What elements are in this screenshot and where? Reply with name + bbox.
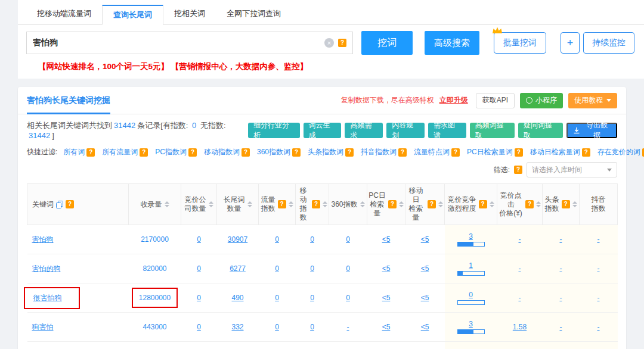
sort-icon[interactable] (438, 201, 443, 207)
toutiao-index-link[interactable]: - (560, 235, 562, 244)
mobile-index-link[interactable]: 0 (310, 294, 314, 302)
col-header-bid-competition[interactable]: 竞价竞争激烈程度? (445, 184, 497, 225)
tool-button[interactable]: 内容规划 (386, 123, 425, 138)
col-header-mobile-daily-search[interactable]: 移动日检索量? (405, 184, 445, 225)
col-header-pc-daily-search[interactable]: PC日检索量? (367, 184, 405, 225)
cpc-link[interactable]: - (519, 235, 521, 244)
upgrade-link[interactable]: 立即升级 (439, 95, 468, 105)
mobile-daily-search-link[interactable]: <5 (421, 235, 429, 244)
toutiao-index-link[interactable]: - (560, 294, 562, 302)
cpc-link[interactable]: 1.58 (513, 323, 527, 331)
tab-0[interactable]: 挖移动端流量词 (26, 5, 102, 24)
cpc-link[interactable]: - (519, 294, 521, 302)
douyin-index-link[interactable]: - (597, 323, 600, 331)
bid-companies-link[interactable]: 0 (197, 235, 201, 244)
help-icon[interactable]: ? (514, 166, 522, 174)
index-360-link[interactable]: 0 (346, 294, 350, 302)
tool-button[interactable]: 疑问词提取 (518, 123, 563, 138)
get-api-button[interactable]: 获取API (476, 93, 515, 108)
pc-daily-search-link[interactable]: <5 (382, 323, 391, 331)
help-icon[interactable]: ? (86, 148, 95, 157)
advanced-search-button[interactable]: 高级搜索 (425, 31, 479, 55)
help-icon[interactable]: ? (345, 148, 354, 157)
douyin-index-link[interactable]: - (597, 264, 600, 273)
quick-filter-item[interactable]: 移动日检索量词? (530, 147, 590, 157)
mobile-daily-search-link[interactable]: <5 (421, 294, 429, 302)
keyword-link[interactable]: 很害怕狗 (33, 294, 62, 302)
help-icon[interactable]: ? (582, 148, 590, 157)
keyword-link[interactable]: 害怕的狗 (32, 264, 61, 273)
competition-value[interactable]: 1 (469, 261, 473, 270)
pc-daily-search-link[interactable]: <5 (382, 235, 391, 244)
continuous-monitor-button[interactable]: 持续监控 (583, 32, 634, 54)
sort-icon[interactable] (572, 201, 577, 207)
help-icon[interactable]: ? (338, 39, 346, 47)
help-icon[interactable]: ? (66, 200, 74, 208)
clear-icon[interactable]: × (324, 38, 334, 48)
pc-daily-search-link[interactable]: <5 (382, 264, 391, 273)
index-360-link[interactable]: - (347, 323, 349, 331)
traffic-index-link[interactable]: 0 (275, 235, 279, 244)
bid-companies-link[interactable]: 0 (197, 264, 201, 273)
help-icon[interactable]: ? (479, 200, 487, 208)
mobile-index-link[interactable]: 0 (310, 264, 314, 273)
tool-button[interactable]: 词云生成 (304, 123, 342, 138)
keyword-link[interactable]: 狗害怕 (32, 323, 54, 331)
col-header-bid-cpc[interactable]: 竞价点击价格(¥)? (497, 184, 543, 225)
help-icon[interactable]: ? (140, 148, 148, 157)
mobile-daily-search-link[interactable]: <5 (421, 323, 429, 331)
tutorial-button[interactable]: 使用教程 (568, 93, 617, 108)
tab-3[interactable]: 全网下拉词查询 (216, 5, 292, 24)
quick-filter-item[interactable]: 所有词? (63, 147, 95, 157)
quick-filter-item[interactable]: 流量特点词? (414, 147, 460, 157)
competition-value[interactable]: 3 (469, 232, 473, 241)
sort-icon[interactable] (289, 201, 293, 207)
col-header-toutiao-index[interactable]: 头条指数? (543, 184, 580, 225)
col-header-longtail-count[interactable]: 长尾词数量 (217, 184, 259, 225)
longtail-count-link[interactable]: 30907 (228, 235, 247, 244)
index-360-link[interactable]: 0 (346, 235, 350, 244)
tool-button[interactable]: 高频词提取 (470, 123, 515, 138)
export-data-button[interactable]: 导出数据 (566, 123, 617, 138)
quick-filter-item[interactable]: 存在竞价的词? (597, 147, 644, 157)
col-header-bid-companies[interactable]: 竞价公司数量 (181, 184, 217, 225)
tab-2[interactable]: 挖相关词 (163, 5, 216, 24)
sort-icon[interactable] (165, 201, 169, 207)
col-header-traffic-index[interactable]: 流量指数? (259, 184, 296, 225)
keyword-link[interactable]: 害怕狗 (32, 235, 54, 244)
quick-filter-item[interactable]: 360指数词? (257, 147, 301, 157)
traffic-index-link[interactable]: 0 (275, 323, 279, 331)
help-icon[interactable]: ? (562, 200, 570, 208)
copy-icon[interactable] (56, 201, 63, 208)
traffic-index-link[interactable]: 0 (275, 264, 279, 273)
longtail-count-link[interactable]: 6277 (230, 264, 246, 273)
quick-filter-item[interactable]: 所有流量词? (102, 147, 148, 157)
pc-daily-search-link[interactable]: <5 (382, 294, 391, 302)
search-input[interactable] (33, 38, 324, 48)
traffic-index-link[interactable]: 0 (275, 294, 279, 302)
mobile-index-link[interactable]: 0 (310, 235, 314, 244)
sort-icon[interactable] (536, 201, 541, 207)
mobile-daily-search-link[interactable]: <5 (421, 264, 429, 273)
batch-dig-button[interactable]: 批量挖词 (494, 32, 546, 54)
quick-filter-item[interactable]: PC指数词? (155, 147, 197, 157)
store-time-select[interactable]: 请选择入库时间 (527, 162, 617, 177)
col-header-mobile-index[interactable]: 移动指数? (296, 184, 329, 225)
tool-button[interactable]: 需求图谱 (428, 123, 466, 138)
mini-program-button[interactable]: 小程序 (520, 93, 563, 108)
tool-button[interactable]: 细分行业分析 (248, 123, 300, 138)
sort-icon[interactable] (490, 201, 494, 207)
longtail-count-link[interactable]: 332 (231, 323, 243, 331)
toutiao-index-link[interactable]: - (560, 323, 562, 331)
sort-icon[interactable] (323, 201, 327, 207)
bid-companies-link[interactable]: 0 (197, 294, 201, 302)
col-header-collection[interactable]: 收录量 (129, 184, 181, 225)
mobile-index-link[interactable]: 0 (310, 323, 314, 331)
dig-words-button[interactable]: 挖词 (361, 31, 413, 55)
sort-icon[interactable] (360, 201, 365, 207)
tool-button[interactable]: 高频需求 (345, 123, 383, 138)
help-icon[interactable]: ? (428, 200, 436, 208)
index-360-link[interactable]: 0 (346, 264, 350, 273)
douyin-index-link[interactable]: - (597, 235, 600, 244)
cpc-link[interactable]: - (519, 264, 521, 273)
